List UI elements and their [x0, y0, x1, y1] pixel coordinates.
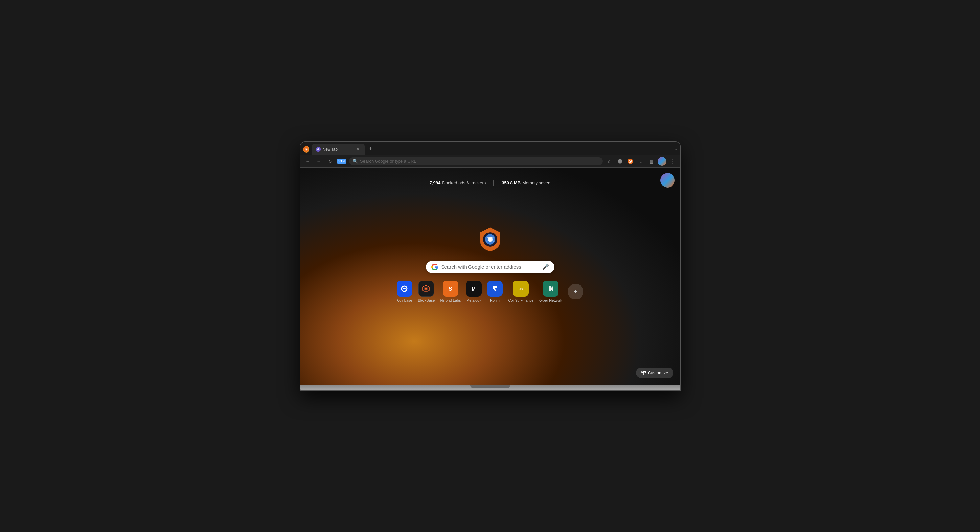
shortcut-kyber[interactable]: Kyber Network	[538, 281, 562, 302]
svg-point-31	[644, 372, 645, 373]
svg-point-11	[489, 238, 492, 241]
svg-point-7	[630, 160, 631, 162]
reload-button[interactable]: ↻	[326, 157, 334, 165]
svg-point-2	[305, 149, 307, 150]
back-button[interactable]: ←	[304, 157, 312, 165]
svg-text:98: 98	[519, 287, 523, 291]
kyber-icon	[543, 281, 558, 297]
vpn-badge[interactable]: VPN	[337, 159, 347, 164]
hero-logo	[477, 226, 503, 252]
shortcut-coinbase[interactable]: Coinbase	[396, 281, 412, 302]
shortcut-blockbase[interactable]: BlockBase	[418, 281, 434, 302]
window-menu-icon[interactable]: ⌄	[675, 147, 678, 151]
laptop-base	[300, 384, 680, 391]
address-bar[interactable]: 🔍	[349, 157, 602, 165]
search-bar[interactable]: 🎤	[426, 261, 554, 273]
forward-button[interactable]: →	[315, 157, 323, 165]
browser-logo	[303, 146, 309, 153]
herond-labs-label: Herond Labs	[440, 299, 461, 302]
google-logo	[431, 264, 438, 270]
microphone-icon[interactable]: 🎤	[542, 264, 549, 270]
new-tab-button[interactable]: +	[366, 145, 375, 154]
shortcut-metalook[interactable]: M Metalook	[466, 281, 482, 302]
svg-text:M: M	[472, 286, 476, 292]
customize-button[interactable]: Customize	[636, 368, 673, 378]
address-input[interactable]	[360, 159, 598, 164]
active-tab[interactable]: New Tab ✕	[312, 144, 365, 155]
memory-amount: 359.8	[502, 180, 512, 185]
shield-icon[interactable]	[616, 157, 624, 165]
svg-point-4	[317, 148, 319, 151]
tab-bar: New Tab ✕ + ⌄	[300, 142, 680, 155]
laptop-frame: New Tab ✕ + ⌄ ← → ↻ VPN 🔍 ☆	[300, 141, 681, 391]
profile-avatar-newtab[interactable]	[660, 173, 675, 187]
shortcut-ronin[interactable]: Ronin	[487, 281, 503, 302]
profile-icon[interactable]	[658, 157, 666, 165]
metalook-label: Metalook	[466, 299, 481, 302]
shortcut-herond-labs[interactable]: S Herond Labs	[440, 281, 461, 302]
tab-favicon	[316, 147, 321, 152]
blockbase-icon	[418, 281, 434, 297]
kyber-label: Kyber Network	[538, 299, 562, 302]
browser-content: 7,984 Blocked ads & trackers 359.8MB Mem…	[300, 168, 680, 384]
svg-rect-14	[403, 288, 406, 289]
coinbase-label: Coinbase	[397, 299, 412, 302]
svg-point-18	[425, 287, 427, 290]
customize-label: Customize	[648, 370, 668, 375]
window-controls: ⌄	[675, 147, 678, 151]
browser-chrome: New Tab ✕ + ⌄ ← → ↻ VPN 🔍 ☆	[300, 142, 680, 168]
tab-title: New Tab	[323, 147, 353, 152]
herond-labs-icon: S	[442, 281, 458, 297]
download-icon[interactable]: ↓	[637, 157, 645, 165]
svg-text:S: S	[449, 286, 452, 292]
svg-point-30	[642, 371, 643, 372]
shortcuts-row: Coinbase BlockBase	[396, 281, 583, 302]
ronin-label: Ronin	[490, 299, 500, 302]
coin98-label: Coin98 Finance	[508, 299, 533, 302]
memory-label: Memory saved	[522, 180, 550, 185]
toolbar-actions: ☆ ↓ ▧ ⋮	[605, 157, 677, 165]
coin98-icon: 98	[513, 281, 528, 297]
menu-icon[interactable]: ⋮	[668, 157, 677, 165]
shortcut-coin98[interactable]: 98 Coin98 Finance	[508, 281, 533, 302]
center-content: 🎤 Coinbase	[396, 226, 583, 302]
ronin-icon	[487, 281, 503, 297]
customize-icon	[641, 370, 646, 375]
metalook-icon: M	[466, 281, 482, 297]
stats-bar: 7,984 Blocked ads & trackers 359.8MB Mem…	[430, 179, 550, 186]
address-search-icon: 🔍	[353, 159, 358, 164]
sidebar-icon[interactable]: ▧	[647, 157, 656, 165]
bookmark-star-icon[interactable]: ☆	[605, 157, 614, 165]
add-shortcut-button[interactable]: +	[568, 284, 584, 300]
memory-stats: 359.8MB Memory saved	[502, 180, 550, 185]
blocked-count: 7,984	[430, 180, 441, 185]
search-input[interactable]	[441, 264, 539, 270]
blockbase-label: BlockBase	[418, 299, 434, 302]
tab-close-button[interactable]: ✕	[355, 147, 361, 152]
coinbase-icon	[396, 281, 412, 297]
blocked-stats: 7,984 Blocked ads & trackers	[430, 180, 486, 185]
toolbar: ← → ↻ VPN 🔍 ☆	[300, 155, 680, 167]
blocked-label: Blocked ads & trackers	[442, 180, 485, 185]
memory-unit: MB	[514, 180, 521, 185]
new-tab-page: 7,984 Blocked ads & trackers 359.8MB Mem…	[300, 168, 680, 384]
crypto-wallet-icon[interactable]	[626, 157, 635, 165]
svg-point-32	[643, 374, 644, 375]
add-shortcut-item[interactable]: +	[568, 284, 584, 300]
laptop-notch	[471, 384, 510, 388]
stats-divider	[493, 179, 494, 186]
